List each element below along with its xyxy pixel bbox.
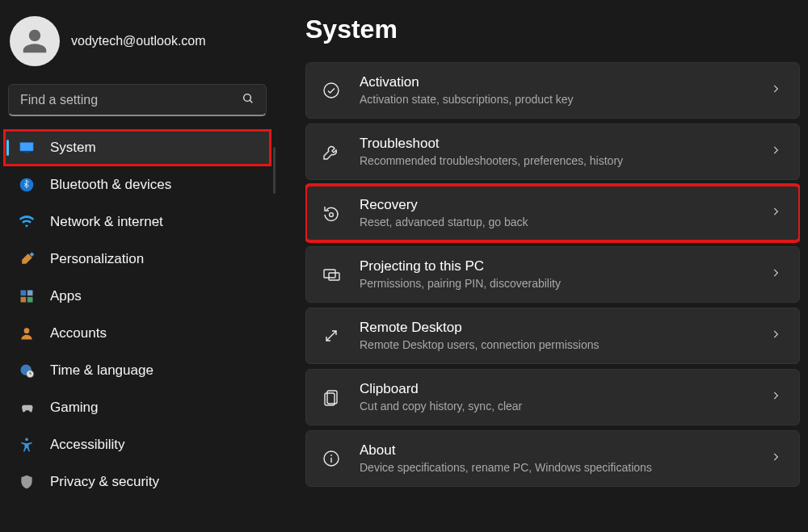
svg-rect-16 [324, 270, 335, 278]
info-icon [321, 448, 342, 469]
sidebar-item-network[interactable]: Network & internet [5, 205, 270, 239]
chevron-right-icon [770, 267, 781, 282]
wrench-icon [321, 141, 342, 162]
sidebar-item-accessibility[interactable]: Accessibility [5, 428, 270, 462]
person-icon [19, 26, 50, 57]
remote-icon [321, 325, 342, 346]
svg-point-10 [24, 328, 30, 333]
search-input[interactable]: Find a setting [8, 84, 267, 116]
card-title: About [360, 442, 752, 460]
svg-rect-7 [27, 291, 33, 296]
sidebar: vodytech@outlook.com Find a setting Syst… [0, 0, 275, 532]
svg-rect-2 [20, 142, 34, 151]
recovery-icon [321, 203, 342, 224]
sidebar-item-privacy[interactable]: Privacy & security [5, 465, 270, 499]
check-circle-icon [321, 80, 342, 101]
card-subtitle: Cut and copy history, sync, clear [360, 399, 752, 414]
sidebar-item-time-language[interactable]: Time & language [5, 354, 270, 387]
sidebar-item-label: Time & language [50, 362, 154, 379]
svg-point-14 [324, 83, 339, 98]
sidebar-item-label: Accessibility [50, 437, 125, 453]
sidebar-item-label: Apps [50, 288, 82, 304]
card-remote-desktop[interactable]: Remote Desktop Remote Desktop users, con… [305, 308, 800, 364]
sidebar-item-label: Gaming [50, 400, 99, 416]
sidebar-item-gaming[interactable]: Gaming [5, 391, 270, 425]
chevron-right-icon [770, 145, 781, 159]
card-subtitle: Permissions, pairing PIN, discoverabilit… [360, 276, 752, 291]
card-title: Projecting to this PC [360, 258, 752, 276]
project-icon [321, 264, 342, 285]
profile-block[interactable]: vodytech@outlook.com [5, 10, 270, 81]
main-content: System Activation Activation state, subs… [275, 0, 808, 532]
svg-point-15 [330, 213, 334, 217]
apps-icon [18, 287, 36, 305]
accessibility-icon [18, 436, 36, 454]
svg-point-22 [330, 455, 332, 456]
chevron-right-icon [770, 206, 781, 220]
sidebar-item-label: Bluetooth & devices [50, 177, 171, 193]
svg-rect-8 [21, 297, 27, 303]
card-title: Recovery [360, 196, 752, 215]
sidebar-nav: System Bluetooth & devices Network & int… [5, 131, 270, 499]
chevron-right-icon [770, 451, 781, 466]
profile-email: vodytech@outlook.com [71, 34, 206, 48]
card-activation[interactable]: Activation Activation state, subscriptio… [305, 62, 800, 119]
bluetooth-icon [18, 176, 36, 194]
monitor-icon [18, 139, 36, 157]
card-title: Remote Desktop [360, 319, 752, 337]
card-subtitle: Reset, advanced startup, go back [360, 215, 752, 230]
svg-rect-9 [27, 297, 33, 303]
search-icon [242, 92, 255, 107]
sidebar-item-apps[interactable]: Apps [5, 279, 270, 313]
gamepad-icon [18, 399, 36, 417]
avatar [10, 16, 60, 66]
chevron-right-icon [770, 329, 781, 343]
search-placeholder: Find a setting [20, 93, 98, 107]
card-title: Clipboard [360, 380, 752, 399]
card-title: Troubleshoot [360, 135, 752, 153]
person-icon [18, 325, 36, 342]
card-troubleshoot[interactable]: Troubleshoot Recommended troubleshooters… [305, 124, 800, 180]
brush-icon [18, 250, 36, 268]
card-projecting[interactable]: Projecting to this PC Permissions, pairi… [305, 246, 800, 303]
sidebar-item-personalization[interactable]: Personalization [5, 242, 270, 276]
card-subtitle: Recommended troubleshooters, preferences… [360, 153, 752, 169]
svg-rect-3 [25, 152, 29, 153]
clipboard-icon [321, 387, 342, 408]
card-about[interactable]: About Device specifications, rename PC, … [305, 430, 800, 487]
sidebar-item-bluetooth[interactable]: Bluetooth & devices [5, 168, 270, 202]
card-title: Activation [360, 73, 752, 92]
svg-point-0 [244, 94, 251, 102]
card-subtitle: Remote Desktop users, connection permiss… [360, 337, 752, 353]
chevron-right-icon [770, 83, 781, 98]
globe-clock-icon [18, 362, 36, 379]
sidebar-item-label: Personalization [50, 251, 144, 267]
svg-line-1 [250, 100, 252, 103]
sidebar-item-label: Accounts [50, 325, 107, 341]
svg-rect-6 [21, 291, 27, 296]
sidebar-item-accounts[interactable]: Accounts [5, 316, 270, 350]
card-clipboard[interactable]: Clipboard Cut and copy history, sync, cl… [305, 369, 800, 425]
svg-rect-17 [329, 273, 339, 280]
shield-icon [18, 473, 36, 491]
card-recovery[interactable]: Recovery Reset, advanced startup, go bac… [305, 185, 800, 241]
card-subtitle: Device specifications, rename PC, Window… [360, 460, 752, 475]
sidebar-item-label: Privacy & security [50, 474, 159, 490]
sidebar-item-label: Network & internet [50, 214, 163, 230]
svg-point-13 [25, 438, 28, 441]
settings-card-list: Activation Activation state, subscriptio… [305, 62, 800, 487]
sidebar-item-label: System [50, 140, 96, 156]
page-title: System [305, 15, 800, 44]
chevron-right-icon [770, 390, 781, 404]
wifi-icon [18, 213, 36, 231]
card-subtitle: Activation state, subscriptions, product… [360, 92, 752, 107]
sidebar-item-system[interactable]: System [5, 131, 270, 165]
